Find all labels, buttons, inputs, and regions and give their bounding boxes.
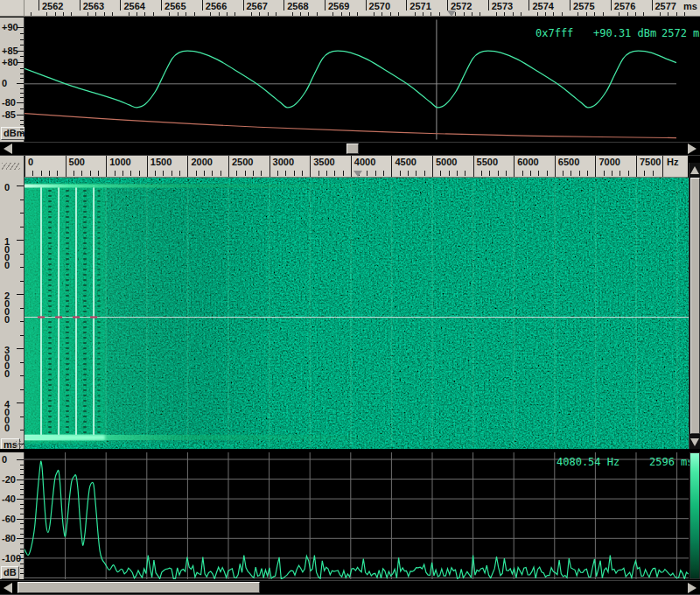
ruler-tick-label: 6000 <box>517 157 538 167</box>
ruler-minor-tick <box>259 12 260 16</box>
ruler-minor-tick <box>300 12 301 16</box>
ruler-minor-tick <box>653 171 654 176</box>
axis-minor-tick <box>20 129 24 130</box>
axis-label-char: 0 <box>4 314 10 325</box>
ruler-minor-tick <box>130 171 131 176</box>
ruler-minor-tick <box>424 171 425 176</box>
arrow-left-icon <box>4 144 12 154</box>
ruler-tick <box>406 0 407 10</box>
axis-label-char: 0 <box>4 368 10 379</box>
ruler-tick-label: 2568 <box>287 1 308 11</box>
axis-minor-tick <box>20 465 24 466</box>
axis-minor-tick <box>20 74 24 74</box>
axis-minor-tick <box>20 474 24 475</box>
spectrogram-vscroll-thumb[interactable] <box>690 178 700 434</box>
ruler-minor-tick <box>627 12 628 16</box>
spectrum-scroll-right-button[interactable] <box>684 581 700 594</box>
ruler-minor-tick <box>332 12 333 16</box>
axis-label: +80 <box>2 57 18 67</box>
spectrum-readout-freq: 4080.54 Hz <box>556 456 620 468</box>
ruler-minor-tick <box>55 12 56 16</box>
spectrum-readout-time: 2596 ms <box>649 456 694 468</box>
waveform-scrollbar[interactable] <box>0 142 700 156</box>
ruler-minor-tick <box>277 171 278 176</box>
resize-handle[interactable] <box>16 441 24 448</box>
axis-label: -60 <box>2 514 16 524</box>
scroll-down-button[interactable] <box>690 435 700 449</box>
ruler-minor-tick <box>464 12 465 16</box>
ruler-minor-tick <box>253 171 254 176</box>
axis-minor-tick <box>20 281 24 282</box>
spectrum-scroll-left-button[interactable] <box>0 581 16 594</box>
time-ruler[interactable]: 2562256325642565256625672568256925702571… <box>0 0 700 17</box>
ruler-minor-tick <box>292 12 293 16</box>
ruler-tick <box>473 156 474 177</box>
axis-tick <box>17 51 24 52</box>
ruler-tick <box>366 0 367 10</box>
axis-minor-tick <box>20 564 24 564</box>
spectrogram-time-axis: ms 01000200030004000 <box>0 156 24 451</box>
ruler-minor-tick <box>334 171 335 176</box>
ruler-tick-label: 1000 <box>109 157 130 167</box>
scroll-up-button[interactable] <box>690 163 700 177</box>
spectrum-scrollbar[interactable] <box>0 580 700 595</box>
frequency-ruler[interactable]: 0500100015002000250030003500400045005000… <box>24 156 688 178</box>
ruler-tick-label: 2576 <box>614 1 635 11</box>
spectrogram-vscrollbar[interactable] <box>689 163 700 449</box>
ruler-minor-tick <box>139 171 140 176</box>
axis-minor-tick <box>20 56 24 57</box>
ruler-minor-tick <box>32 171 33 176</box>
axis-minor-tick <box>20 528 24 529</box>
arrow-right-icon <box>688 144 696 154</box>
ruler-minor-tick <box>163 171 164 176</box>
ruler-minor-tick <box>374 12 374 16</box>
axis-tick <box>17 62 24 63</box>
spectrum-scroll-thumb[interactable] <box>18 582 260 593</box>
ruler-tick <box>528 0 529 10</box>
ruler-tick-label: 5500 <box>477 157 498 167</box>
ruler-minor-tick <box>194 12 195 16</box>
ruler-tick <box>391 156 392 177</box>
axis-minor-tick <box>20 321 24 322</box>
ruler-minor-tick <box>538 171 539 176</box>
ruler-minor-tick <box>547 171 548 176</box>
resize-handle[interactable] <box>2 163 20 170</box>
ruler-tick-label: 3500 <box>313 157 334 167</box>
axis-minor-tick <box>20 68 24 69</box>
ruler-minor-tick <box>416 171 416 176</box>
ruler-minor-tick <box>186 12 186 16</box>
waveform-scroll-thumb[interactable] <box>346 144 359 154</box>
axis-tick <box>17 240 24 241</box>
ruler-minor-tick <box>227 12 228 16</box>
axis-tick <box>17 459 24 460</box>
time-ruler-unit: ms <box>683 1 697 11</box>
waveform-scroll-left-button[interactable] <box>0 143 16 155</box>
ruler-minor-tick <box>90 171 91 176</box>
ruler-minor-tick <box>46 12 47 16</box>
waveform-readout-time: 2572 ms <box>662 27 700 39</box>
axis-minor-tick <box>20 335 24 336</box>
ruler-minor-tick <box>390 12 391 16</box>
ruler-minor-tick <box>172 171 172 176</box>
axis-tick <box>17 115 24 116</box>
axis-tick <box>17 519 24 520</box>
waveform-plot[interactable]: 0x7fff +90.31 dBm 2572 ms <box>24 18 700 142</box>
waveform-readout-sample: 0x7fff <box>536 27 573 39</box>
spectrogram-plot[interactable] <box>24 178 689 449</box>
spectrum-plot[interactable]: 4080.54 Hz 2596 ms <box>24 452 689 579</box>
ruler-minor-tick <box>521 12 522 16</box>
axis-minor-tick <box>20 120 24 121</box>
frequency-cursor-marker[interactable] <box>354 171 362 177</box>
ruler-minor-tick <box>326 171 327 176</box>
ruler-minor-tick <box>504 12 505 16</box>
ruler-minor-tick <box>81 171 82 176</box>
ruler-tick-label: 2573 <box>492 1 513 11</box>
time-cursor-marker[interactable] <box>447 10 456 17</box>
unit-divider <box>662 156 663 177</box>
ruler-minor-tick <box>236 171 237 176</box>
axis-minor-tick <box>20 484 24 485</box>
ruler-minor-tick <box>104 12 105 16</box>
ruler-minor-tick <box>63 12 64 16</box>
ruler-minor-tick <box>318 171 319 176</box>
waveform-scroll-right-button[interactable] <box>684 143 700 155</box>
